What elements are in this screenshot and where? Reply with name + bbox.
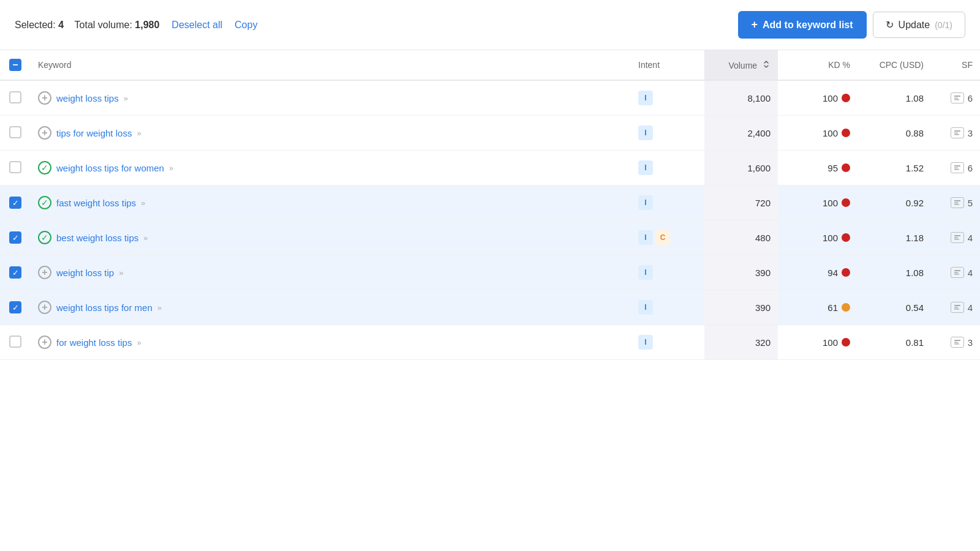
add-to-keyword-list-button[interactable]: + Add to keyword list <box>738 11 867 39</box>
serp-feature-icon[interactable] <box>951 337 964 348</box>
keyword-link[interactable]: weight loss tip <box>56 268 114 278</box>
table-row: ✓ + weight loss tips for men » I390 61 0… <box>0 290 980 325</box>
row-checkbox-cell[interactable] <box>0 325 31 360</box>
header-checkbox-cell[interactable]: − <box>0 50 31 80</box>
keyword-check-icon: ✓ <box>38 161 51 174</box>
row-checkbox-cell[interactable] <box>0 116 31 151</box>
row-checkbox[interactable]: ✓ <box>9 197 21 209</box>
keyword-link[interactable]: best weight loss tips <box>56 233 138 243</box>
svg-rect-4 <box>954 133 958 134</box>
keyword-drilldown-icon[interactable]: » <box>119 268 123 277</box>
row-intent-cell: I <box>631 255 704 290</box>
row-sf-cell: 4 <box>931 290 980 325</box>
row-checkbox-cell[interactable] <box>0 151 31 186</box>
serp-feature-icon[interactable] <box>951 127 964 138</box>
row-checkbox[interactable]: ✓ <box>9 231 21 244</box>
update-button[interactable]: ↻ Update (0/1) <box>873 12 965 38</box>
row-checkbox-cell[interactable]: ✓ <box>0 255 31 290</box>
row-checkbox[interactable] <box>9 161 21 173</box>
row-volume-cell: 390 <box>704 255 778 290</box>
row-cpc: 0.88 <box>906 128 924 138</box>
copy-button[interactable]: Copy <box>235 20 257 31</box>
keyword-check-icon: ✓ <box>38 196 51 209</box>
row-kd-cell: 94 <box>778 255 858 290</box>
row-cpc: 0.92 <box>906 198 924 208</box>
serp-feature-icon[interactable] <box>951 267 964 278</box>
serp-feature-icon[interactable] <box>951 232 964 243</box>
deselect-all-button[interactable]: Deselect all <box>172 20 222 31</box>
row-sf-cell: 4 <box>931 255 980 290</box>
keyword-add-icon[interactable]: + <box>38 91 51 105</box>
keyword-drilldown-icon[interactable]: » <box>157 303 162 312</box>
row-sf: 3 <box>968 337 973 348</box>
row-cpc-cell: 1.18 <box>858 220 931 255</box>
keyword-drilldown-icon[interactable]: » <box>143 233 148 242</box>
row-checkbox[interactable]: ✓ <box>9 301 21 313</box>
serp-feature-icon[interactable] <box>951 302 964 313</box>
header-cpc: CPC (USD) <box>858 50 931 80</box>
row-intent-cell: I <box>631 151 704 186</box>
row-kd-cell: 100 <box>778 220 858 255</box>
row-cpc-cell: 0.88 <box>858 116 931 151</box>
keyword-link[interactable]: weight loss tips <box>56 93 119 103</box>
svg-rect-15 <box>954 270 960 271</box>
row-intent-cell: I <box>631 80 704 116</box>
intent-badge-commercial: C <box>655 230 670 245</box>
row-keyword-cell: ✓ best weight loss tips » <box>31 220 631 255</box>
select-all-checkbox[interactable]: − <box>9 59 21 71</box>
row-checkbox-cell[interactable]: ✓ <box>0 186 31 220</box>
keyword-link[interactable]: for weight loss tips <box>56 337 132 348</box>
serp-feature-icon[interactable] <box>951 92 964 103</box>
row-keyword-cell: + weight loss tip » <box>31 255 631 290</box>
kd-difficulty-dot <box>842 303 850 312</box>
svg-rect-5 <box>954 134 959 135</box>
row-sf: 3 <box>968 128 973 138</box>
keyword-link[interactable]: weight loss tips for women <box>56 163 164 173</box>
svg-rect-0 <box>954 96 960 97</box>
serp-feature-icon[interactable] <box>951 197 964 208</box>
svg-rect-11 <box>954 204 959 205</box>
volume-sort-icon <box>762 60 771 69</box>
keyword-add-icon[interactable]: + <box>38 301 51 314</box>
row-keyword-cell: + for weight loss tips » <box>31 325 631 360</box>
row-volume: 480 <box>755 233 771 243</box>
keyword-link[interactable]: tips for weight loss <box>56 128 132 138</box>
row-checkbox-cell[interactable] <box>0 80 31 116</box>
header-volume[interactable]: Volume <box>704 50 778 80</box>
keyword-drilldown-icon[interactable]: » <box>137 338 141 347</box>
row-cpc-cell: 0.54 <box>858 290 931 325</box>
selected-info: Selected: 4 Total volume: 1,980 <box>15 20 159 31</box>
keyword-add-icon[interactable]: + <box>38 126 51 140</box>
row-volume: 390 <box>755 302 771 313</box>
svg-rect-22 <box>954 342 958 343</box>
keyword-add-icon[interactable]: + <box>38 335 51 349</box>
row-checkbox[interactable]: ✓ <box>9 266 21 279</box>
top-bar: Selected: 4 Total volume: 1,980 Deselect… <box>0 0 980 50</box>
row-volume: 1,600 <box>747 163 771 173</box>
serp-feature-icon[interactable] <box>951 162 964 173</box>
kd-difficulty-dot <box>842 163 850 172</box>
row-volume-cell: 720 <box>704 186 778 220</box>
svg-rect-9 <box>954 200 960 201</box>
row-checkbox[interactable] <box>9 335 21 348</box>
intent-badge-informational: I <box>638 230 653 245</box>
row-checkbox[interactable] <box>9 91 21 103</box>
header-intent: Intent <box>631 50 704 80</box>
row-kd: 61 <box>827 302 838 313</box>
keyword-drilldown-icon[interactable]: » <box>137 129 141 138</box>
row-kd: 100 <box>823 128 838 138</box>
row-cpc-cell: 0.81 <box>858 325 931 360</box>
svg-rect-20 <box>954 309 959 310</box>
keyword-drilldown-icon[interactable]: » <box>124 94 128 103</box>
row-checkbox[interactable] <box>9 126 21 138</box>
row-checkbox-cell[interactable]: ✓ <box>0 220 31 255</box>
intent-badge-informational: I <box>638 126 653 140</box>
keyword-drilldown-icon[interactable]: » <box>169 163 173 173</box>
row-checkbox-cell[interactable]: ✓ <box>0 290 31 325</box>
keyword-drilldown-icon[interactable]: » <box>141 198 145 208</box>
row-volume: 2,400 <box>747 128 771 138</box>
row-sf-cell: 3 <box>931 116 980 151</box>
keyword-add-icon[interactable]: + <box>38 266 51 279</box>
keyword-link[interactable]: weight loss tips for men <box>56 302 153 313</box>
keyword-link[interactable]: fast weight loss tips <box>56 198 136 208</box>
